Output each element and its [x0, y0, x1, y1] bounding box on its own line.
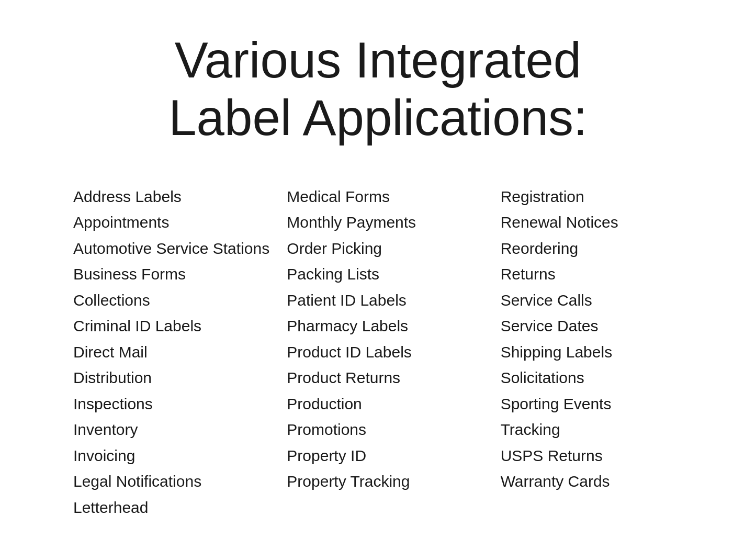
list-item: Collections [73, 287, 287, 313]
list-item: Product Returns [287, 365, 500, 391]
list-item: Reordering [501, 236, 714, 262]
list-item: Production [287, 391, 500, 417]
list-item: Service Calls [501, 287, 714, 313]
list-item: Legal Notifications [73, 468, 287, 495]
list-item: Sporting Events [501, 391, 714, 417]
list-item: Service Dates [501, 313, 714, 339]
page-title: Various Integrated Label Applications: [42, 31, 714, 147]
list-item: Inspections [73, 391, 287, 417]
list-item: Warranty Cards [501, 468, 714, 495]
list-item: Letterhead [73, 495, 287, 521]
list-item: Patient ID Labels [287, 287, 500, 313]
list-item: Shipping Labels [501, 339, 714, 365]
list-item: Medical Forms [287, 184, 500, 210]
content-columns: Address LabelsAppointmentsAutomotive Ser… [42, 184, 714, 521]
list-item: Automotive Service Stations [73, 236, 287, 262]
list-item: Property ID [287, 443, 500, 469]
list-item: Packing Lists [287, 261, 500, 287]
column-1: Address LabelsAppointmentsAutomotive Ser… [73, 184, 287, 521]
list-item: Appointments [73, 209, 287, 236]
list-item: Tracking [501, 417, 714, 443]
list-item: Promotions [287, 417, 500, 443]
list-item: USPS Returns [501, 443, 714, 469]
list-item: Direct Mail [73, 339, 287, 365]
column-2: Medical FormsMonthly PaymentsOrder Picki… [287, 184, 500, 495]
list-item: Product ID Labels [287, 339, 500, 365]
list-item: Invoicing [73, 443, 287, 469]
column-3: RegistrationRenewal NoticesReorderingRet… [501, 184, 714, 495]
list-item: Distribution [73, 365, 287, 391]
list-item: Criminal ID Labels [73, 313, 287, 339]
list-item: Registration [501, 184, 714, 210]
list-item: Inventory [73, 417, 287, 443]
list-item: Returns [501, 261, 714, 287]
list-item: Monthly Payments [287, 209, 500, 236]
list-item: Business Forms [73, 261, 287, 287]
list-item: Renewal Notices [501, 209, 714, 236]
list-item: Address Labels [73, 184, 287, 210]
list-item: Property Tracking [287, 468, 500, 495]
list-item: Pharmacy Labels [287, 313, 500, 339]
list-item: Solicitations [501, 365, 714, 391]
list-item: Order Picking [287, 236, 500, 262]
